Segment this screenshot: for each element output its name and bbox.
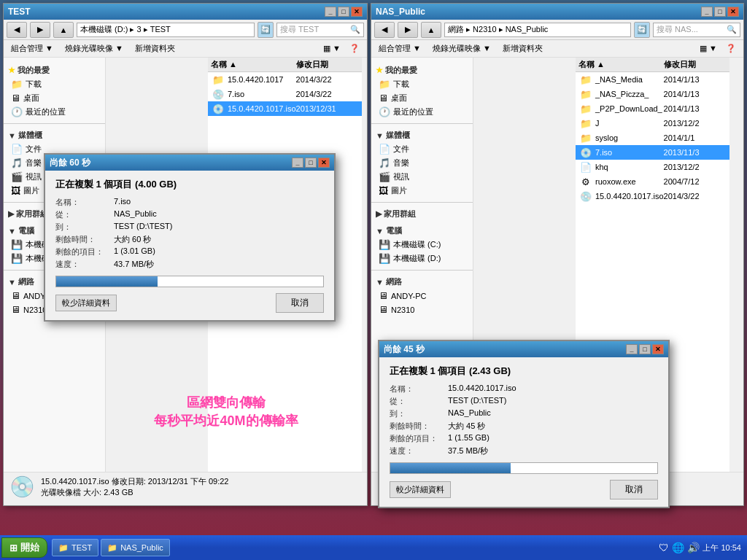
right-progress-bar-container bbox=[390, 462, 658, 474]
left-file-row-0[interactable]: 📁 15.0.4420.1017 2014/3/22 bbox=[208, 72, 362, 87]
right-sidebar-pictures[interactable]: 🖼 圖片 bbox=[371, 184, 473, 198]
taskbar-task-0[interactable]: 📁 TEST bbox=[52, 539, 98, 556]
right-file-row-2[interactable]: 📁 _P2P_DownLoad_ 2014/1/13 bbox=[576, 101, 729, 116]
desktop-icon: 🖥 bbox=[11, 93, 20, 104]
right-menu-help[interactable]: ❓ bbox=[723, 43, 739, 54]
refresh-button[interactable]: 🔄 bbox=[258, 22, 274, 38]
start-button[interactable]: ⊞ 開始 bbox=[1, 537, 47, 558]
right-details-button[interactable]: 較少詳細資料 bbox=[390, 481, 451, 498]
right-sidebar-media: ▼ 媒體櫃 📄 文件 🎵 音樂 🎬 視訊 bbox=[371, 125, 473, 201]
right-file-row-6[interactable]: 📄 khq 2013/12/2 bbox=[576, 160, 729, 174]
right-file-name-7: ruoxow.exe bbox=[593, 177, 664, 186]
right-toolbar: ◀ ▶ ▲ 網路 ▸ N2310 ▸ NAS_Public 🔄 搜尋 NAS..… bbox=[371, 20, 743, 40]
maximize-button[interactable]: □ bbox=[338, 7, 349, 17]
right-col-date-header[interactable]: 修改日期 bbox=[664, 59, 729, 70]
right-close-button[interactable]: ✕ bbox=[727, 7, 739, 17]
right-search-bar[interactable]: 搜尋 NAS... 🔍 bbox=[653, 23, 740, 37]
right-dialog-items-row: 剩餘的項目： 1 (1.55 GB) bbox=[390, 433, 658, 444]
right-music-icon: 🎵 bbox=[379, 158, 390, 168]
right-file-icon-6: 📄 bbox=[578, 161, 593, 173]
left-dialog-dest-value: TEST (D:\TEST) bbox=[114, 222, 172, 233]
left-menu-burn[interactable]: 燒錄光碟映像 ▼ bbox=[62, 42, 126, 55]
right-file-row-1[interactable]: 📁 _NAS_Piczza_ 2014/1/13 bbox=[576, 87, 729, 101]
right-up-button[interactable]: ▲ bbox=[421, 22, 441, 38]
annotation-line1: 區網雙向傳輸 bbox=[117, 394, 336, 412]
left-dialog-title-text: 尚餘 60 秒 bbox=[50, 157, 90, 169]
right-dialog-from-row: 名稱： 15.0.4420.1017.iso bbox=[390, 384, 658, 394]
right-sidebar-video[interactable]: 🎬 視訊 bbox=[371, 170, 473, 184]
right-sidebar-documents[interactable]: 📄 文件 bbox=[371, 142, 473, 156]
right-forward-button[interactable]: ▶ bbox=[398, 22, 418, 38]
right-col-name-header[interactable]: 名稱 ▲ bbox=[576, 59, 664, 70]
right-dialog-remaining-row: 剩餘時間： 大約 45 秒 bbox=[390, 421, 658, 432]
title-bar-buttons: _ □ ✕ bbox=[325, 7, 363, 17]
right-cancel-button[interactable]: 取消 bbox=[610, 480, 658, 499]
right-dialog-main-text: 正在複製 1 個項目 (2.43 GB) bbox=[390, 365, 658, 378]
right-file-date-5: 2013/11/3 bbox=[664, 148, 729, 157]
left-dialog-items-row: 剩餘的項目： 1 (3.01 GB) bbox=[55, 246, 324, 257]
left-col-date-header[interactable]: 修改日期 bbox=[296, 59, 362, 70]
left-menu-new-folder[interactable]: 新增資料夾 bbox=[132, 42, 178, 55]
right-dialog-maximize[interactable]: □ bbox=[639, 344, 651, 354]
right-refresh-button[interactable]: 🔄 bbox=[634, 22, 650, 38]
left-details-button[interactable]: 較少詳細資料 bbox=[55, 295, 117, 311]
right-menu-new-folder[interactable]: 新增資料夾 bbox=[500, 42, 546, 55]
right-sidebar-n2310[interactable]: 🖥 N2310 bbox=[371, 303, 473, 316]
left-sidebar-recent[interactable]: 🕐 最近的位置 bbox=[4, 105, 105, 119]
left-sidebar-desktop[interactable]: 🖥 桌面 bbox=[4, 91, 105, 105]
right-file-date-1: 2014/1/13 bbox=[664, 90, 729, 98]
left-status-filename-line: 15.0.4420.1017.iso 修改日期: 2013/12/31 下午 0… bbox=[41, 476, 228, 487]
right-title-bar: NAS_Public _ □ ✕ bbox=[371, 4, 743, 20]
left-dialog-to-label: 從： bbox=[55, 209, 114, 220]
left-dialog-dest-row: 到： TEST (D:\TEST) bbox=[55, 222, 324, 233]
back-button[interactable]: ◀ bbox=[7, 22, 27, 38]
left-search-bar[interactable]: 搜尋 TEST 🔍 bbox=[276, 23, 364, 37]
up-button[interactable]: ▲ bbox=[53, 22, 74, 38]
right-sidebar-andy-pc[interactable]: 🖥 ANDY-PC bbox=[371, 289, 473, 303]
right-file-row-3[interactable]: 📁 J 2013/12/2 bbox=[576, 116, 729, 131]
right-sidebar-drive-c[interactable]: 💾 本機磁碟 (C:) bbox=[371, 238, 473, 252]
right-dialog-close[interactable]: ✕ bbox=[652, 344, 664, 354]
left-dialog-dest-label: 到： bbox=[55, 222, 114, 233]
left-dialog-remaining-label: 剩餘時間： bbox=[55, 234, 114, 245]
right-menu-burn[interactable]: 燒錄光碟映像 ▼ bbox=[430, 42, 494, 55]
forward-button[interactable]: ▶ bbox=[30, 22, 50, 38]
right-address-bar[interactable]: 網路 ▸ N2310 ▸ NAS_Public bbox=[444, 23, 631, 37]
right-sidebar-recent[interactable]: 🕐 最近的位置 bbox=[371, 105, 473, 119]
left-file-name-2: 15.0.4420.1017.iso bbox=[225, 104, 296, 113]
left-col-name-header[interactable]: 名稱 ▲ bbox=[208, 59, 296, 70]
right-file-row-7[interactable]: ⚙ ruoxow.exe 2004/7/12 bbox=[576, 174, 729, 189]
left-sidebar-downloads[interactable]: 📁 下載 bbox=[4, 77, 105, 91]
right-minimize-button[interactable]: _ bbox=[701, 7, 713, 17]
right-dialog-minimize[interactable]: _ bbox=[626, 344, 638, 354]
left-dialog-maximize[interactable]: □ bbox=[305, 158, 317, 168]
left-menu-help[interactable]: ❓ bbox=[347, 43, 363, 54]
right-file-row-5[interactable]: 💿 7.iso 2013/11/3 bbox=[576, 145, 729, 160]
right-file-row-0[interactable]: 📁 _NAS_Media 2014/1/13 bbox=[576, 72, 729, 87]
right-file-name-6: khq bbox=[593, 163, 664, 171]
left-file-row-2[interactable]: 💿 15.0.4420.1017.iso 2013/12/31 bbox=[208, 101, 362, 116]
left-menu-view[interactable]: ▦ ▼ bbox=[320, 43, 344, 54]
left-dialog-body: 正在複製 1 個項目 (4.00 GB) 名稱： 7.iso 從： NAS_Pu… bbox=[45, 171, 334, 320]
right-sidebar-drive-d[interactable]: 💾 本機磁碟 (D:) bbox=[371, 252, 473, 265]
left-dialog-close[interactable]: ✕ bbox=[318, 158, 330, 168]
right-menu-view[interactable]: ▦ ▼ bbox=[697, 43, 720, 54]
left-file-row-1[interactable]: 💿 7.iso 2014/3/22 bbox=[208, 87, 362, 101]
right-back-button[interactable]: ◀ bbox=[374, 22, 395, 38]
left-progress-bar-container bbox=[55, 276, 324, 287]
close-button[interactable]: ✕ bbox=[351, 7, 363, 17]
left-address-bar[interactable]: 本機磁碟 (D:) ▸ 3 ▸ TEST bbox=[77, 23, 255, 37]
right-file-row-4[interactable]: 📁 syslog 2014/1/1 bbox=[576, 131, 729, 145]
right-sidebar-desktop[interactable]: 🖥 桌面 bbox=[371, 91, 473, 105]
right-sidebar-music[interactable]: 🎵 音樂 bbox=[371, 156, 473, 170]
left-sidebar-favorites: ★ 我的最愛 📁 下載 🖥 桌面 🕐 最近的位置 bbox=[4, 61, 105, 122]
minimize-button[interactable]: _ bbox=[325, 7, 336, 17]
right-maximize-button[interactable]: □ bbox=[714, 7, 726, 17]
taskbar-task-1[interactable]: 📁 NAS_Public bbox=[101, 539, 170, 556]
left-dialog-minimize[interactable]: _ bbox=[292, 158, 303, 168]
left-cancel-button[interactable]: 取消 bbox=[276, 293, 324, 313]
right-menu-organize[interactable]: 組合管理 ▼ bbox=[376, 42, 424, 55]
left-menu-organize[interactable]: 組合管理 ▼ bbox=[8, 42, 56, 55]
right-sidebar-downloads[interactable]: 📁 下載 bbox=[371, 77, 473, 91]
right-file-row-8[interactable]: 💿 15.0.4420.1017.iso 2014/3/22 bbox=[576, 189, 729, 203]
